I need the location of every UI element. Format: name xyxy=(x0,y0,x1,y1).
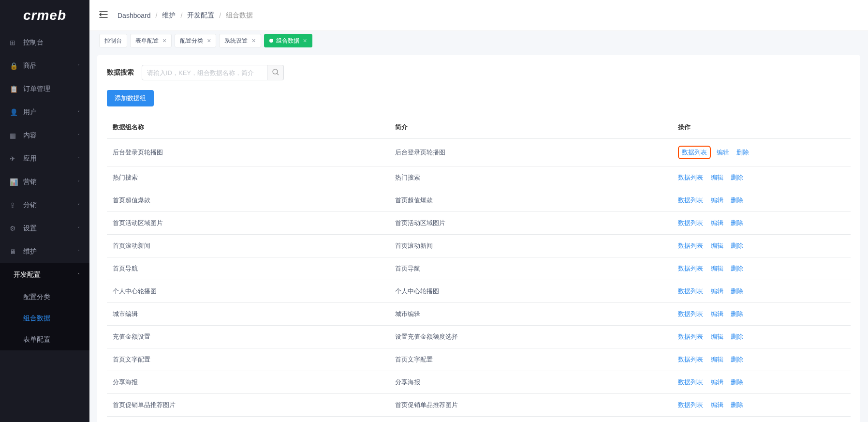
delete-link[interactable]: 删除 xyxy=(731,287,743,295)
delete-link[interactable]: 删除 xyxy=(731,378,743,386)
table-row: 首页活动区域图片 首页活动区域图片 数据列表 编辑 删除 xyxy=(107,212,851,235)
data-list-link[interactable]: 数据列表 xyxy=(678,378,703,386)
table-row: 首页促销单品推荐图片 首页促销单品推荐图片 数据列表 编辑 删除 xyxy=(107,394,851,417)
cell-actions: 数据列表 编辑 删除 xyxy=(672,371,851,394)
data-list-link[interactable]: 数据列表 xyxy=(678,356,703,363)
delete-link[interactable]: 删除 xyxy=(731,333,743,340)
tab-label: 配置分类 xyxy=(180,37,203,45)
collapse-toggle-icon[interactable] xyxy=(99,11,108,20)
cell-actions: 数据列表 编辑 删除 xyxy=(672,280,851,303)
edit-link[interactable]: 编辑 xyxy=(711,242,723,249)
tab[interactable]: 控制台 xyxy=(99,34,127,47)
table-row: 首页滚动新闻 首页滚动新闻 数据列表 编辑 删除 xyxy=(107,235,851,257)
edit-link[interactable]: 编辑 xyxy=(711,265,723,272)
tab[interactable]: 组合数据× xyxy=(264,34,312,47)
data-list-link[interactable]: 数据列表 xyxy=(682,149,707,156)
cell-desc: 城市编辑 xyxy=(389,303,672,326)
edit-link[interactable]: 编辑 xyxy=(711,356,723,363)
tab-active-dot xyxy=(269,39,273,43)
delete-link[interactable]: 删除 xyxy=(731,219,743,226)
delete-link[interactable]: 删除 xyxy=(736,149,749,156)
cell-name: 热门搜索 xyxy=(107,166,389,189)
breadcrumb-item[interactable]: Dashboard xyxy=(118,12,151,19)
cell-actions: 数据列表 编辑 删除 xyxy=(672,166,851,189)
sidebar-item[interactable]: 👤用户˅ xyxy=(0,101,89,124)
edit-link[interactable]: 编辑 xyxy=(711,287,723,295)
edit-link[interactable]: 编辑 xyxy=(711,174,723,181)
cell-actions: 数据列表 编辑 删除 xyxy=(672,326,851,348)
data-list-link[interactable]: 数据列表 xyxy=(678,219,703,226)
sidebar-item[interactable]: 📋订单管理 xyxy=(0,77,89,101)
edit-link[interactable]: 编辑 xyxy=(711,378,723,386)
cell-name: 分享海报 xyxy=(107,371,389,394)
close-icon[interactable]: × xyxy=(251,37,255,45)
data-list-link[interactable]: 数据列表 xyxy=(678,242,703,249)
edit-link[interactable]: 编辑 xyxy=(711,333,723,340)
close-icon[interactable]: × xyxy=(303,37,307,45)
subnav-item[interactable]: 表单配置 xyxy=(0,329,89,350)
logo: crmeb xyxy=(0,0,89,31)
card: 数据搜索 添加数据组 数据组名称 xyxy=(97,55,860,422)
data-list-link[interactable]: 数据列表 xyxy=(678,333,703,340)
table-header-name: 数据组名称 xyxy=(107,116,389,139)
edit-link[interactable]: 编辑 xyxy=(717,149,729,156)
sidebar-item[interactable]: 🔒商品˅ xyxy=(0,54,89,77)
sidebar-item[interactable]: 🖥维护˄ xyxy=(0,240,89,263)
chevron-down-icon: ˅ xyxy=(77,156,80,162)
delete-link[interactable]: 删除 xyxy=(731,265,743,272)
data-list-link[interactable]: 数据列表 xyxy=(678,174,703,181)
sidebar-item[interactable]: ⊞控制台 xyxy=(0,31,89,54)
tab[interactable]: 表单配置× xyxy=(130,34,172,47)
edit-link[interactable]: 编辑 xyxy=(711,196,723,204)
delete-link[interactable]: 删除 xyxy=(731,242,743,249)
delete-link[interactable]: 删除 xyxy=(731,196,743,204)
subnav-item[interactable]: 组合数据 xyxy=(0,308,89,329)
close-icon[interactable]: × xyxy=(162,37,166,45)
data-list-link[interactable]: 数据列表 xyxy=(678,310,703,317)
edit-link[interactable]: 编辑 xyxy=(711,219,723,226)
data-table: 数据组名称 简介 操作 点击这里 后台登录页轮播图 后台登录页轮播图 数据列表 … xyxy=(107,116,851,422)
search-button[interactable] xyxy=(267,65,284,80)
data-list-link[interactable]: 数据列表 xyxy=(678,265,703,272)
cell-name: 首页活动区域图片 xyxy=(107,212,389,235)
edit-link[interactable]: 编辑 xyxy=(711,310,723,317)
delete-link[interactable]: 删除 xyxy=(731,401,743,408)
svg-point-0 xyxy=(273,69,278,74)
nav-icon: 🖥 xyxy=(10,248,17,256)
subnav-header[interactable]: 开发配置˄ xyxy=(0,263,89,286)
tab[interactable]: 系统设置× xyxy=(219,34,261,47)
nav-icon: ⚙ xyxy=(10,225,17,232)
search-input[interactable] xyxy=(142,65,267,80)
tab[interactable]: 配置分类× xyxy=(175,34,216,47)
delete-link[interactable]: 删除 xyxy=(731,310,743,317)
delete-link[interactable]: 删除 xyxy=(731,174,743,181)
breadcrumb-item[interactable]: 维护 xyxy=(162,11,176,20)
main: Dashboard/维护/开发配置/组合数据 控制台表单配置×配置分类×系统设置… xyxy=(89,0,868,422)
delete-link[interactable]: 删除 xyxy=(731,356,743,363)
sidebar-item[interactable]: 📊营销˅ xyxy=(0,170,89,194)
cell-desc: 首页超值爆款 xyxy=(389,189,672,212)
chevron-down-icon: ˅ xyxy=(77,63,80,69)
nav-icon: 📊 xyxy=(10,178,17,186)
svg-line-1 xyxy=(277,74,279,75)
nav-label: 订单管理 xyxy=(23,85,80,93)
nav-icon: ⇪ xyxy=(10,201,17,209)
edit-link[interactable]: 编辑 xyxy=(711,401,723,408)
highlight-annotation: 数据列表 xyxy=(678,146,711,159)
data-list-link[interactable]: 数据列表 xyxy=(678,287,703,295)
sidebar-item[interactable]: ▦内容˅ xyxy=(0,124,89,147)
data-list-link[interactable]: 数据列表 xyxy=(678,196,703,204)
nav-icon: 🔒 xyxy=(10,62,17,70)
cell-desc: 个人中心轮播图 xyxy=(389,280,672,303)
sidebar-item[interactable]: ✈应用˅ xyxy=(0,147,89,170)
cell-name: 首页超值爆款 xyxy=(107,189,389,212)
sidebar-item[interactable]: ⇪分销˅ xyxy=(0,194,89,217)
add-data-group-button[interactable]: 添加数据组 xyxy=(107,90,154,106)
table-header-actions: 操作 点击这里 xyxy=(672,116,851,139)
sidebar-item[interactable]: ⚙设置˅ xyxy=(0,217,89,240)
data-list-link[interactable]: 数据列表 xyxy=(678,401,703,408)
close-icon[interactable]: × xyxy=(207,37,211,45)
cell-actions: 数据列表 编辑 删除 xyxy=(672,417,851,422)
breadcrumb-item[interactable]: 开发配置 xyxy=(187,11,214,20)
subnav-item[interactable]: 配置分类 xyxy=(0,286,89,308)
